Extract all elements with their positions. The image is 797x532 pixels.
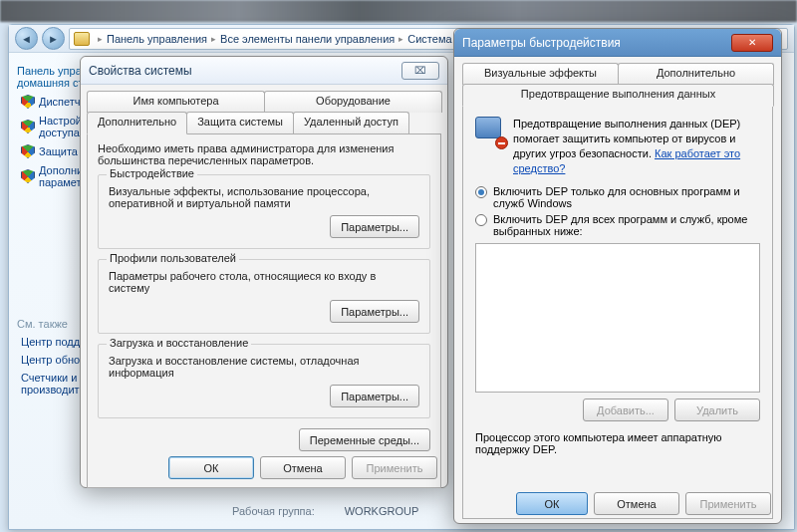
tab-hardware[interactable]: Оборудование <box>264 91 442 113</box>
tab-strip-row1: Имя компьютера Оборудование <box>87 91 441 113</box>
radio-icon <box>475 214 487 226</box>
workgroup-label: Рабочая группа: <box>232 505 315 517</box>
nav-forward-button[interactable]: ► <box>42 27 65 50</box>
dialog-titlebar[interactable]: Свойства системы ⌧ <box>81 57 447 85</box>
background-window-titlebar <box>0 0 797 22</box>
dep-radio-essential[interactable]: Включить DEP только для основных програм… <box>475 185 760 209</box>
cancel-button[interactable]: Отмена <box>594 492 679 515</box>
tab-dep[interactable]: Предотвращение выполнения данных <box>462 84 774 107</box>
groupbox-title: Загрузка и восстановление <box>107 337 251 349</box>
dialog-footer: ОК Отмена Применить <box>168 456 437 479</box>
system-properties-dialog: Свойства системы ⌧ Имя компьютера Оборуд… <box>80 56 448 488</box>
apply-button[interactable]: Применить <box>352 456 437 479</box>
startup-recovery-settings-button[interactable]: Параметры... <box>330 385 419 407</box>
radio-icon <box>475 186 487 198</box>
user-profiles-groupbox: Профили пользователей Параметры рабочего… <box>98 259 430 334</box>
tab-advanced[interactable]: Дополнительно <box>87 112 187 134</box>
groupbox-description: Параметры рабочего стола, относящиеся ко… <box>109 270 419 294</box>
tab-visual-effects[interactable]: Визуальные эффекты <box>462 63 619 85</box>
groupbox-description: Визуальные эффекты, использование процес… <box>109 185 419 209</box>
tab-advanced-perf[interactable]: Дополнительно <box>618 63 774 85</box>
radio-label: Включить DEP для всех программ и служб, … <box>493 213 760 237</box>
breadcrumb-item[interactable]: Панель управления <box>107 33 207 45</box>
user-profiles-settings-button[interactable]: Параметры... <box>330 300 419 323</box>
dialog-title: Свойства системы <box>89 64 401 78</box>
tab-body-advanced: Необходимо иметь права администратора дл… <box>87 133 441 488</box>
ok-button[interactable]: ОК <box>168 456 254 479</box>
chevron-right-icon: ▸ <box>398 34 403 44</box>
admin-rights-note: Необходимо иметь права администратора дл… <box>98 142 430 166</box>
ok-button[interactable]: ОК <box>516 492 588 515</box>
tab-remote[interactable]: Удаленный доступ <box>293 112 409 133</box>
cancel-button[interactable]: Отмена <box>260 456 346 479</box>
dep-description-row: Предотвращение выполнения данных (DEP) п… <box>475 117 760 175</box>
tab-computer-name[interactable]: Имя компьютера <box>87 91 265 113</box>
groupbox-title: Быстродействие <box>107 167 197 179</box>
dialog-title: Параметры быстродействия <box>462 36 731 50</box>
shield-icon <box>21 120 35 133</box>
apply-button[interactable]: Применить <box>685 492 771 515</box>
shield-icon <box>21 144 35 158</box>
shield-icon <box>21 95 35 109</box>
groupbox-description: Загрузка и восстановление системы, отлад… <box>109 355 419 379</box>
startup-recovery-groupbox: Загрузка и восстановление Загрузка и вос… <box>98 344 430 418</box>
shield-icon <box>21 169 35 183</box>
remove-button[interactable]: Удалить <box>674 399 760 421</box>
dep-radio-all-except[interactable]: Включить DEP для всех программ и служб, … <box>475 213 760 237</box>
close-button[interactable]: ✕ <box>731 34 773 52</box>
performance-groupbox: Быстродействие Визуальные эффекты, испол… <box>98 174 430 249</box>
folder-icon <box>74 32 90 46</box>
tab-system-protection[interactable]: Защита системы <box>186 112 294 133</box>
dep-exclusion-list[interactable] <box>475 243 760 393</box>
breadcrumb-item[interactable]: Система <box>407 33 451 45</box>
dialog-footer: ОК Отмена Применить <box>516 492 771 515</box>
add-button[interactable]: Добавить... <box>583 399 668 421</box>
tab-strip-row2: Дополнительно Защита системы Удаленный д… <box>87 112 441 133</box>
nav-back-button[interactable]: ◄ <box>15 27 38 50</box>
groupbox-title: Профили пользователей <box>107 252 239 264</box>
dialog-titlebar[interactable]: Параметры быстродействия ✕ <box>454 29 781 57</box>
performance-options-dialog: Параметры быстродействия ✕ Визуальные эф… <box>453 28 782 524</box>
chevron-right-icon: ▸ <box>211 34 216 44</box>
dep-chip-icon <box>475 117 505 146</box>
dep-hardware-note: Процессор этого компьютера имеет аппарат… <box>475 431 760 455</box>
tab-body-dep: Предотвращение выполнения данных (DEP) п… <box>462 106 773 519</box>
environment-variables-button[interactable]: Переменные среды... <box>299 428 430 451</box>
performance-settings-button[interactable]: Параметры... <box>330 215 419 238</box>
radio-label: Включить DEP только для основных програм… <box>493 185 760 209</box>
tab-strip-row1: Визуальные эффекты Дополнительно <box>462 63 773 85</box>
tab-strip-row2: Предотвращение выполнения данных <box>462 84 773 106</box>
breadcrumb-item[interactable]: Все элементы панели управления <box>220 33 395 45</box>
chevron-right-icon: ▸ <box>98 34 103 44</box>
blocked-icon <box>495 136 508 149</box>
close-button[interactable]: ⌧ <box>401 62 439 80</box>
dep-description: Предотвращение выполнения данных (DEP) п… <box>513 117 760 175</box>
workgroup-value: WORKGROUP <box>345 505 419 517</box>
